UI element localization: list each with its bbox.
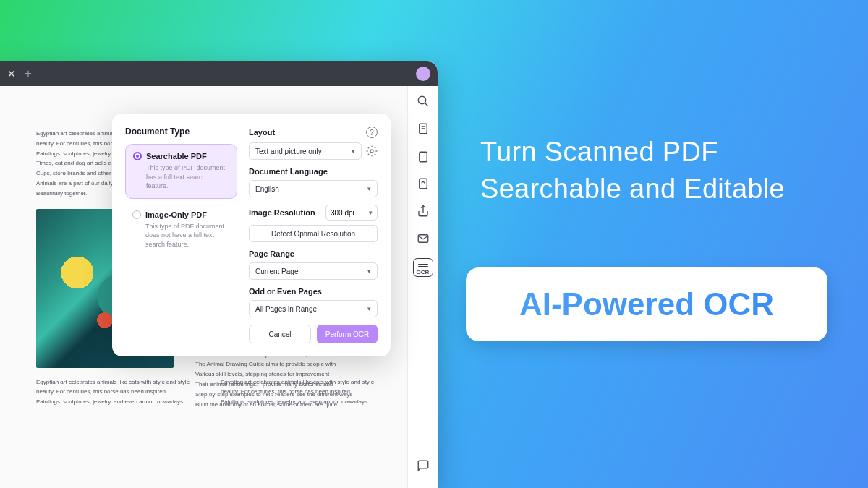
page-range-label: Page Range: [249, 249, 378, 258]
page-range-select[interactable]: Current Page: [249, 262, 378, 280]
option-image-only-pdf[interactable]: Image-Only PDF This type of PDF document…: [125, 203, 237, 257]
titlebar: ✕ +: [0, 61, 438, 86]
chat-icon[interactable]: [415, 458, 431, 474]
detect-resolution-button[interactable]: Detect Optimal Resolution: [249, 225, 378, 242]
help-icon[interactable]: ?: [366, 127, 378, 138]
option-searchable-pdf[interactable]: Searchable PDF This type of PDF document…: [125, 144, 237, 199]
document-type-label: Document Type: [125, 127, 237, 137]
cancel-button[interactable]: Cancel: [249, 325, 311, 343]
avatar[interactable]: [416, 67, 430, 81]
radio-selected-icon: [133, 152, 142, 160]
pdfa-icon[interactable]: [415, 148, 431, 164]
right-sidebar: OCR: [407, 86, 438, 488]
svg-rect-7: [419, 179, 427, 189]
content-area: Egyptian art celebrates animal beauty. F…: [0, 86, 438, 488]
ocr-icon[interactable]: OCR: [413, 258, 433, 277]
share-icon[interactable]: [415, 203, 431, 219]
layout-label: Layout: [249, 128, 275, 137]
layout-select[interactable]: Text and picture only: [249, 142, 362, 160]
page-icon[interactable]: [415, 121, 431, 137]
resolution-select[interactable]: 300 dpi: [326, 205, 378, 221]
svg-point-0: [370, 150, 373, 153]
marketing-headline: Turn Scanned PDFSearchable and Editable: [480, 134, 827, 208]
radio-unselected-icon: [132, 210, 141, 219]
search-icon[interactable]: [415, 93, 431, 109]
headline-line1: Turn Scanned PDF: [480, 137, 718, 167]
language-select[interactable]: English: [249, 180, 378, 197]
settings-column: Layout ? Text and picture only Document …: [249, 127, 378, 343]
odd-even-select[interactable]: All Pages in Range: [249, 300, 378, 317]
gear-icon[interactable]: [366, 145, 378, 157]
app-window: ✕ + Egyptian art celebrates animal beaut…: [0, 61, 438, 488]
mail-icon[interactable]: [415, 231, 431, 247]
compress-icon[interactable]: [415, 176, 431, 192]
document-type-column: Document Type Searchable PDF This type o…: [125, 127, 237, 343]
odd-even-label: Odd or Even Pages: [249, 287, 378, 296]
badge-text: AI-Powered OCR: [519, 286, 774, 322]
language-label: Document Language: [249, 167, 378, 176]
close-icon[interactable]: ✕: [7, 68, 16, 80]
resolution-label: Image Resolution: [249, 208, 321, 217]
svg-point-1: [418, 96, 426, 104]
headline-line2: Searchable and Editable: [480, 174, 785, 204]
ocr-dialog: Document Type Searchable PDF This type o…: [112, 114, 391, 356]
new-tab-icon[interactable]: +: [25, 67, 32, 81]
perform-ocr-button[interactable]: Perform OCR: [317, 325, 378, 343]
svg-rect-6: [419, 152, 427, 162]
feature-badge: AI-Powered OCR: [466, 267, 827, 341]
svg-line-2: [425, 103, 428, 106]
